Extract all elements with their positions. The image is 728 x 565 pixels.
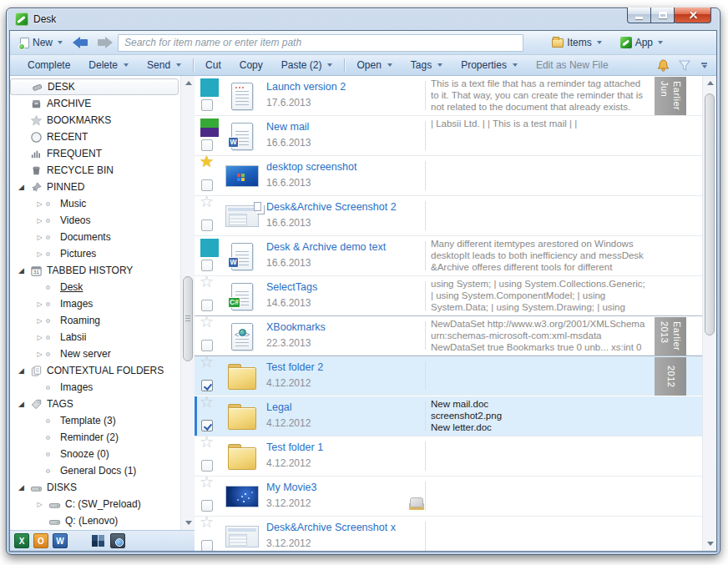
expander-closed-icon[interactable]: ▷ [33, 501, 46, 508]
maximize-button[interactable] [650, 8, 675, 23]
star-outline-icon[interactable]: ☆ [200, 394, 214, 410]
device-sync-icon[interactable] [110, 533, 125, 548]
items-menu-button[interactable]: Items [547, 35, 606, 50]
row-checkbox[interactable] [201, 300, 213, 311]
sidebar-item-new-server[interactable]: ▷New server [10, 346, 180, 362]
toolbar-overflow-button[interactable] [699, 58, 710, 73]
properties-button[interactable]: Properties [452, 57, 527, 73]
expander-open-icon[interactable]: ◢ [15, 266, 28, 275]
sidebar-item-labsii[interactable]: ▷Labsii [10, 329, 180, 346]
search-input[interactable] [118, 34, 523, 52]
sidebar-item-tags[interactable]: ◢TAGS [10, 396, 180, 412]
list-row-xbookmarks[interactable]: ☆< >XBookmarks22.3.2013NewDataSet http:/… [195, 315, 702, 356]
scroll-up-icon[interactable] [181, 76, 195, 90]
row-checkbox[interactable] [201, 380, 213, 391]
row-checkbox[interactable] [201, 179, 213, 191]
row-checkbox[interactable] [201, 139, 213, 151]
sidebar-item-bookmarks[interactable]: BOOKMARKS [10, 112, 180, 129]
sidebar-item-images[interactable]: Images [10, 379, 180, 396]
item-name[interactable]: New mail [266, 121, 309, 133]
expander-closed-icon[interactable]: ▷ [33, 317, 46, 325]
desk-app-icon[interactable] [72, 533, 87, 548]
sidebar-item-recycle-bin[interactable]: RECYCLE BIN [10, 162, 180, 179]
sidebar-item-frequent[interactable]: FREQUENT [10, 145, 180, 162]
item-name[interactable]: Launch version 2 [266, 81, 346, 93]
list-row-test-folder-1[interactable]: ☆Test folder 14.12.2012 [195, 436, 702, 477]
paste-2-button[interactable]: Paste (2) [272, 57, 342, 73]
screens-icon[interactable] [91, 533, 106, 548]
sidebar-item-pictures[interactable]: ▷Pictures [10, 245, 180, 262]
list-row-selecttags[interactable]: ☆C#SelectTags14.6.2013using System; | us… [195, 276, 702, 316]
row-checkbox[interactable] [201, 500, 213, 512]
copy-button[interactable]: Copy [230, 57, 272, 73]
star-outline-icon[interactable]: ☆ [200, 514, 214, 530]
sidebar-scrollbar[interactable] [180, 76, 195, 530]
list-scrollbar[interactable] [702, 76, 716, 551]
sidebar-item-snooze-0[interactable]: Snooze (0) [10, 446, 180, 462]
expander-closed-icon[interactable]: ▷ [33, 351, 46, 358]
list-row-my-movie3[interactable]: ☆My Movie33.12.2012 [195, 477, 702, 517]
title-bar[interactable]: Desk [7, 8, 720, 30]
minimize-button[interactable] [627, 8, 651, 23]
cut-button[interactable]: Cut [196, 57, 230, 73]
sidebar-item-q-lenovo[interactable]: Q: (Lenovo) [10, 512, 180, 529]
date-group-tab-earlier-jun[interactable]: Earlier Jun [655, 77, 686, 115]
sidebar-item-template-3[interactable]: Template (3) [10, 412, 180, 429]
app-menu-button[interactable]: App [615, 35, 668, 50]
expander-open-icon[interactable]: ◢ [15, 400, 28, 408]
expander-closed-icon[interactable]: ▷ [33, 234, 46, 241]
filter-funnel-icon[interactable] [678, 59, 691, 72]
scroll-up-icon[interactable] [703, 76, 716, 90]
scroll-down-icon[interactable] [703, 537, 716, 551]
item-name[interactable]: Desk&Archive Screenshot x [266, 522, 396, 533]
item-name[interactable]: Test folder 2 [266, 361, 323, 373]
excel-icon[interactable]: X [14, 533, 29, 548]
item-name[interactable]: XBookmarks [266, 321, 326, 333]
expander-open-icon[interactable]: ◢ [15, 183, 28, 191]
date-group-tab-earlier-2013[interactable]: Earlier 2013 [655, 317, 686, 356]
sidebar-item-c-sw-preload[interactable]: ▷C: (SW_Preload) [10, 496, 180, 512]
sidebar-item-general-docs-1[interactable]: General Docs (1) [10, 462, 180, 479]
item-name[interactable]: My Movie3 [266, 482, 316, 493]
sidebar-item-archive[interactable]: ARCHIVE [10, 95, 180, 112]
expander-open-icon[interactable]: ◢ [15, 483, 28, 492]
star-outline-icon[interactable]: ☆ [200, 274, 214, 290]
sidebar-item-recent[interactable]: RECENT [10, 129, 180, 145]
sidebar-item-desk[interactable]: Desk [10, 279, 180, 295]
list-row-test-folder-2[interactable]: ☆Test folder 24.12.2012 [195, 356, 702, 396]
star-outline-icon[interactable]: ☆ [200, 474, 214, 490]
star-filled-icon[interactable]: ★ [200, 154, 214, 169]
list-row-desktop-screenshot[interactable]: ★desktop screenshot16.6.2013 [195, 156, 702, 196]
star-outline-icon[interactable]: ☆ [200, 434, 214, 450]
sidebar-item-images[interactable]: ▷Images [10, 295, 180, 312]
row-checkbox[interactable] [201, 99, 213, 111]
row-checkbox[interactable] [201, 460, 213, 472]
item-name[interactable]: Desk&Archive Screenshot 2 [266, 201, 397, 213]
outlook-icon[interactable]: O [33, 533, 48, 548]
close-button[interactable] [674, 8, 711, 23]
star-outline-icon[interactable]: ☆ [200, 354, 214, 370]
sidebar-item-music[interactable]: ▷Music [10, 195, 180, 212]
tags-button[interactable]: Tags [402, 57, 452, 73]
reminder-bell-icon[interactable] [656, 58, 670, 73]
list-row-desk-archive-demo-text[interactable]: WDesk & Archive demo text16.6.2013Many d… [195, 236, 702, 276]
item-name[interactable]: Test folder 1 [266, 441, 323, 453]
new-button[interactable]: New [15, 35, 68, 50]
word-icon[interactable]: W [53, 533, 68, 548]
sidebar-item-contextual-folders[interactable]: ◢CONTEXTUAL FOLDERS [10, 362, 180, 379]
scroll-down-icon[interactable] [181, 516, 195, 530]
date-group-tab-2012[interactable]: 2012 [655, 357, 686, 396]
expander-closed-icon[interactable]: ▷ [33, 200, 46, 208]
row-checkbox[interactable] [201, 260, 213, 271]
list-row-legal[interactable]: ☆Legal4.12.2012New mail.docscreenshot2.p… [195, 396, 702, 436]
complete-button[interactable]: Complete [18, 57, 79, 73]
expander-closed-icon[interactable]: ▷ [33, 300, 46, 308]
list-row-new-mail[interactable]: WNew mail16.6.2013| Labsii Ltd. | | This… [195, 116, 702, 156]
item-name[interactable]: Legal [266, 401, 292, 413]
list-row-launch-version-2[interactable]: Launch version 217.6.2013This is a text … [195, 76, 702, 116]
row-checkbox[interactable] [201, 420, 213, 431]
expander-closed-icon[interactable]: ▷ [33, 334, 46, 341]
sidebar-item-tabbed-history[interactable]: ◢31TABBED HISTORY [10, 262, 180, 279]
sidebar-item-disks[interactable]: ◢DISKS [10, 479, 180, 496]
forward-button[interactable] [95, 36, 114, 49]
